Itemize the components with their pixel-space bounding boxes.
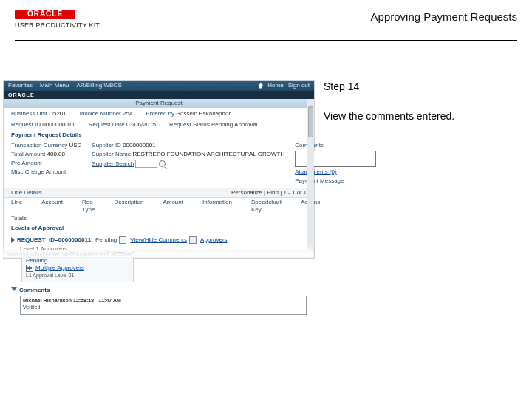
step-label: Step 14 <box>324 80 517 93</box>
supid-value: 0000000001 <box>123 142 156 149</box>
enteredby-label: Entered by <box>146 110 174 117</box>
nav-mainmenu[interactable]: Main Menu <box>40 82 69 89</box>
step-instruction: View the comments entered. <box>324 109 517 123</box>
inv-label: Invoice Number <box>80 110 121 117</box>
lines-title: Line Details <box>11 188 42 197</box>
doc-header: ORACLE USER PRODUCTIVITY KIT Approving P… <box>15 10 517 37</box>
bu-label: Business Unit <box>11 110 47 117</box>
approver-pending: Pending <box>26 257 129 265</box>
approvers-link[interactable]: Approvers <box>200 236 227 244</box>
nav-breadcrumb[interactable]: AR/Billing WBOS <box>76 82 121 89</box>
comments-icon[interactable] <box>119 236 126 244</box>
supnm-value: RESTREPO FOUNDATION ARCHITECTURAL GROWTH <box>132 151 284 157</box>
lines-columns: Line Account Req Type Description Amount… <box>4 198 314 214</box>
lines-total-label: Totals <box>11 215 27 222</box>
approver-role2: L1 Approval Level 01 <box>26 272 129 279</box>
paymsg-label: Payment Message <box>295 177 344 184</box>
scrollbar-thumb[interactable] <box>308 106 313 137</box>
comments-expand-icon[interactable] <box>11 287 17 291</box>
doc-title: Approving Payment Requests <box>371 10 517 24</box>
approvers-icon[interactable] <box>189 236 197 244</box>
nav-favorites[interactable]: Favorites <box>8 82 33 89</box>
comment-author: Michael Richardson 12:58:18 - 11:47 AM <box>23 297 304 304</box>
supid-label: Supplier ID <box>92 142 121 149</box>
inv-value: 254 <box>123 110 132 117</box>
expand-icon[interactable] <box>11 237 15 243</box>
header-row-2: Request ID 0000000011 Request Date 03/06… <box>4 119 314 130</box>
total-value: 400.00 <box>47 151 64 157</box>
reqdate-label: Request Date <box>89 121 125 128</box>
col-info: Information <box>202 199 232 214</box>
lines-pager[interactable]: Personalize | Find | 1 - 1 of 1 <box>231 188 307 197</box>
col-reqtype: Req Type <box>82 199 95 214</box>
reqid-value: 0000000011 <box>42 121 75 128</box>
nav-home[interactable]: Home <box>267 82 283 89</box>
viewhide-comments-link[interactable]: View/Hide Comments <box>130 236 187 244</box>
col-desc: Description <box>114 199 143 214</box>
product-name: USER PRODUCTIVITY KIT <box>15 21 100 30</box>
lines-title-bar: Line Details Personalize | Find | 1 - 1 … <box>4 188 314 198</box>
header-row-1: Business Unit U5201 Invoice Number 254 E… <box>4 108 314 119</box>
comment-entry: Michael Richardson 12:58:18 - 11:47 AM V… <box>20 296 307 315</box>
col-speedchart: Speedchart Key <box>251 199 282 214</box>
reqdate-value: 03/06/2015 <box>126 121 156 128</box>
header-rule <box>15 40 517 41</box>
txn-label: Transaction Currency <box>11 142 67 149</box>
comment-body: Verified. <box>23 304 304 310</box>
supplier-search[interactable]: Supplier Search <box>92 160 134 167</box>
nav-signout[interactable]: Sign out <box>288 82 310 89</box>
supnm-label: Supplier Name <box>92 151 131 157</box>
reqstatus-value: Pending Approval <box>211 121 258 128</box>
details-section-title: Payment Request Details <box>4 130 314 140</box>
brand-text: ORACLE <box>15 10 75 18</box>
pre-label: Pre Amount <box>11 160 42 166</box>
request-id-label: REQUEST_ID=0000000011: <box>17 236 93 244</box>
fade-scrim <box>3 244 313 257</box>
app-navbar: Favorites Main Menu AR/Billing WBOS Home… <box>4 81 314 91</box>
txn-value: USD <box>69 142 81 149</box>
total-label: Total Amount <box>11 151 45 157</box>
col-amount: Amount <box>163 199 183 214</box>
instruction-panel: Step 14 View the comments entered. <box>324 80 517 123</box>
plus-icon[interactable] <box>26 265 33 272</box>
col-line: Line <box>11 199 22 214</box>
enteredby-value: Hossein Eskanaphor <box>176 110 231 117</box>
bu-value: U5201 <box>49 110 66 117</box>
app-screenshot: Favorites Main Menu AR/Billing WBOS Home… <box>3 80 315 259</box>
reqid-label: Request ID <box>11 121 41 128</box>
approver-role[interactable]: Multiple Approvers <box>35 265 84 271</box>
comments-header: Comments <box>19 287 50 294</box>
misc-label: Misc Charge Amount <box>11 168 66 175</box>
lines-footer: Totals <box>4 214 314 223</box>
approver-card: Pending Multiple Approvers L1 Approval L… <box>21 254 134 282</box>
supplier-search-input[interactable] <box>135 160 157 168</box>
page-title-bar: Payment Request <box>4 99 314 108</box>
oracle-logo: ORACLE USER PRODUCTIVITY KIT <box>15 10 100 30</box>
search-icon[interactable] <box>159 160 166 167</box>
home-icon[interactable] <box>258 83 263 89</box>
col-account: Account <box>41 199 63 214</box>
reqstatus-label: Request Status <box>169 121 210 128</box>
vertical-scrollbar[interactable] <box>307 99 314 250</box>
details-block: Transaction Currency USD Total Amount 40… <box>4 140 314 188</box>
app-brand: ORACLE <box>4 91 314 99</box>
approval-section-title: Levels of Approval <box>4 223 314 233</box>
request-status: Pending <box>95 236 117 244</box>
